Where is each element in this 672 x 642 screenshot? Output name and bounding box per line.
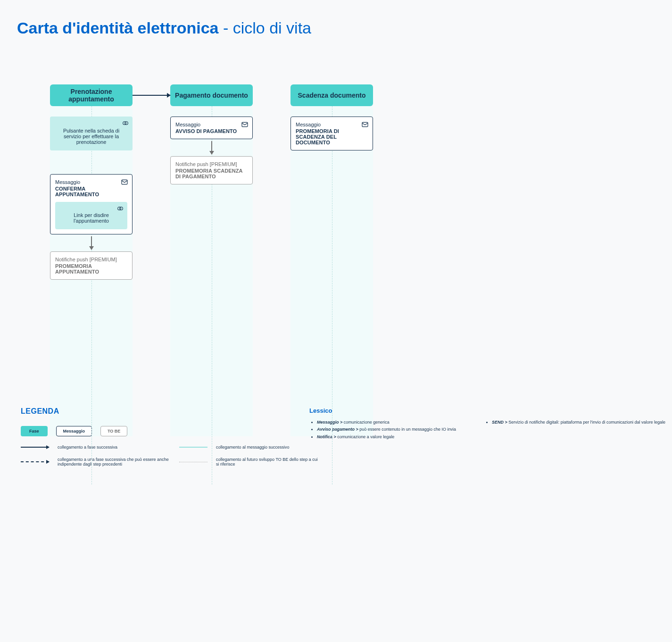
legend-line-teal [179, 447, 207, 448]
mail-icon [241, 121, 249, 129]
mail-icon [361, 121, 369, 129]
column-pagamento: Pagamento documento Messaggio AVVISO DI … [170, 84, 253, 280]
msg-conferma-appuntamento: Messaggio CONFERMA APPUNTAMENTO Link per… [50, 174, 133, 234]
legend-arrows: collegamento a fase successiva collegame… [21, 445, 351, 467]
arrow-phase-1-to-2 [133, 95, 170, 96]
push-promemoria-scadenza-pagamento: Notifiche push [PREMIUM] PROMEMORIA SCAD… [170, 156, 253, 184]
lexicon-title: Lessico [309, 407, 668, 414]
msg-avviso-pagamento: Messaggio AVVISO DI PAGAMENTO [170, 117, 253, 139]
arrow-down-2 [211, 141, 212, 154]
page-title: Carta d'identità elettronica - ciclo di … [17, 19, 655, 37]
push-promemoria-appuntamento: Notifiche push [PREMIUM] PROMEMORIA APPU… [50, 251, 133, 280]
arrow-down-1 [91, 236, 92, 250]
info-prenotazione-button: Pulsante nella scheda di servizio per ef… [50, 117, 133, 150]
legend-arrow-solid [21, 447, 49, 448]
column-scadenza: Scadenza documento Messaggio PROMEMORIA … [290, 84, 373, 280]
phase-header-3: Scadenza documento [290, 84, 373, 106]
chip-tobe: TO BE [100, 426, 127, 436]
diagram-columns: Prenotazione appuntamento Pulsante nella… [17, 84, 655, 280]
lexicon-list-right: SEND > Servizio di notifiche digitali: p… [484, 419, 665, 441]
lexicon: Lessico Messaggio > comunicazione generi… [309, 407, 668, 441]
link-icon [116, 205, 124, 213]
msg-promemoria-scadenza-documento: Messaggio PROMEMORIA DI SCADENZA DEL DOC… [290, 117, 373, 150]
column-prenotazione: Prenotazione appuntamento Pulsante nella… [50, 84, 133, 280]
chip-message: Messaggio [56, 426, 92, 436]
chip-phase: Fase [21, 426, 48, 436]
phase-header-1: Prenotazione appuntamento [50, 84, 133, 106]
link-icon [122, 119, 129, 128]
phase-header-2: Pagamento documento [170, 84, 253, 106]
title-bold: Carta d'identità elettronica [17, 19, 219, 37]
mail-icon [121, 178, 128, 187]
title-light: ciclo di vita [233, 19, 311, 37]
title-sep: - [219, 19, 233, 37]
legend-line-dotted [179, 462, 207, 462]
info-disdire-link: Link per disdire l'appuntamento [55, 202, 127, 229]
legend-arrow-dashed [21, 461, 49, 462]
legend: LEGENDA Fase Messaggio TO BE collegament… [17, 407, 655, 467]
